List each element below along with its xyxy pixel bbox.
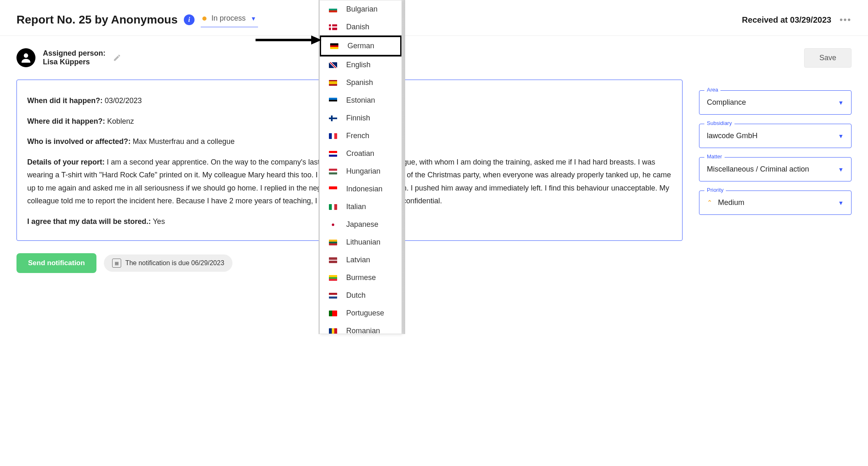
matter-select[interactable]: Matter Miscellaneous / Criminal action ▼ <box>699 157 852 181</box>
language-option-lt[interactable]: Lithuanian <box>320 233 401 251</box>
language-option-bg[interactable]: Bulgarian <box>320 0 401 18</box>
status-select[interactable]: In process ▼ <box>201 12 258 27</box>
flag-icon-lt <box>329 240 337 245</box>
flag-icon-fr <box>329 133 337 139</box>
flag-icon-lv <box>329 257 337 263</box>
a-where: Koblenz <box>107 117 134 125</box>
status-dot-icon <box>202 16 206 21</box>
language-name: Hungarian <box>346 167 380 176</box>
language-name: Japanese <box>346 220 378 229</box>
language-option-fi[interactable]: Finnish <box>320 109 401 127</box>
header-right: Received at 03/29/2023 ••• <box>742 14 852 25</box>
save-button[interactable]: Save <box>804 48 852 68</box>
area-select[interactable]: Area Compliance ▼ <box>699 90 852 115</box>
language-option-hu[interactable]: Hungarian <box>320 162 401 180</box>
language-name: English <box>346 61 371 69</box>
chevron-down-icon: ▼ <box>251 15 256 22</box>
a-consent: Yes <box>153 217 165 226</box>
subsidiary-legend: Subsidiary <box>704 120 734 126</box>
flag-icon-hu <box>329 169 337 174</box>
flag-icon-en <box>329 62 337 68</box>
q-consent: I agree that my data will be stored.: <box>27 217 151 226</box>
language-option-lv[interactable]: Latvian <box>320 251 401 269</box>
language-dropdown[interactable]: BulgarianDanishGermanEnglishSpanishEston… <box>319 0 402 285</box>
header-left: Report No. 25 by Anonymous i In process … <box>16 12 258 27</box>
avatar-icon <box>16 48 35 67</box>
language-option-hr[interactable]: Croatian <box>320 145 401 162</box>
language-option-dk[interactable]: Danish <box>320 18 401 36</box>
received-label: Received at 03/29/2023 <box>742 15 831 25</box>
language-name: Indonesian <box>346 185 382 193</box>
assigned-text: Assigned person: Lisa Küppers <box>43 49 106 66</box>
priority-select[interactable]: Priority ⌃ Medium ▼ <box>699 191 852 215</box>
right-column: Save Area Compliance ▼ Subsidiary lawcod… <box>699 48 852 273</box>
language-name: Latvian <box>346 256 370 264</box>
priority-medium-icon: ⌃ <box>707 199 712 207</box>
assigned-name: Lisa Küppers <box>43 58 106 66</box>
assigned-label: Assigned person: <box>43 49 106 58</box>
language-name: Lithuanian <box>346 238 380 247</box>
header: Report No. 25 by Anonymous i In process … <box>0 0 868 36</box>
area-legend: Area <box>704 87 720 93</box>
language-option-my[interactable]: Burmese <box>320 269 401 285</box>
chevron-down-icon: ▼ <box>838 99 844 106</box>
send-notification-button[interactable]: Send notification <box>16 253 96 273</box>
matter-legend: Matter <box>704 153 725 160</box>
flag-icon-de <box>330 43 338 49</box>
edit-icon[interactable] <box>113 54 121 62</box>
language-option-et[interactable]: Estonian <box>320 92 401 109</box>
flag-icon-bg <box>329 7 337 12</box>
flag-icon-ja <box>329 222 337 228</box>
flag-icon-hr <box>329 151 337 157</box>
language-name: French <box>346 132 369 140</box>
a-when: 03/02/2023 <box>105 96 142 105</box>
subsidiary-value: lawcode GmbH <box>707 132 758 140</box>
language-name: Burmese <box>346 273 376 282</box>
flag-icon-id <box>329 186 337 192</box>
language-option-id[interactable]: Indonesian <box>320 180 401 198</box>
language-option-en[interactable]: English <box>320 56 401 74</box>
subsidiary-select[interactable]: Subsidiary lawcode GmbH ▼ <box>699 124 852 148</box>
q-who: Who is involved or affected?: <box>27 137 131 146</box>
area-value: Compliance <box>707 98 746 107</box>
q-where: Where did it happen?: <box>27 117 105 125</box>
q-when: When did it happen?: <box>27 96 103 105</box>
notification-due-badge: ▦ The notification is due 06/29/2023 <box>104 254 232 272</box>
priority-value: Medium <box>718 198 744 207</box>
page-title: Report No. 25 by Anonymous <box>16 13 178 26</box>
language-name: Spanish <box>346 78 373 87</box>
language-option-de[interactable]: German <box>319 35 402 56</box>
calendar-icon: ▦ <box>112 259 121 268</box>
language-name: Estonian <box>346 96 375 105</box>
flag-icon-my <box>329 275 337 281</box>
language-option-fr[interactable]: French <box>320 127 401 145</box>
main: Assigned person: Lisa Küppers When did i… <box>0 36 868 285</box>
chevron-down-icon: ▼ <box>838 200 844 206</box>
more-icon[interactable]: ••• <box>840 14 852 25</box>
language-option-es[interactable]: Spanish <box>320 74 401 92</box>
q-details: Details of your report: <box>27 158 105 166</box>
language-name: Danish <box>346 23 369 31</box>
matter-value: Miscellaneous / Criminal action <box>707 165 809 174</box>
info-icon[interactable]: i <box>184 14 195 25</box>
svg-point-0 <box>24 53 28 58</box>
a-who: Max Musterfrau and a collegue <box>133 137 235 146</box>
language-name: Italian <box>346 202 366 211</box>
flag-icon-it <box>329 204 337 210</box>
notification-due-text: The notification is due 06/29/2023 <box>125 259 224 267</box>
flag-icon-et <box>329 98 337 104</box>
status-value: In process <box>211 14 246 23</box>
chevron-down-icon: ▼ <box>838 133 844 139</box>
language-option-ja[interactable]: Japanese <box>320 216 401 233</box>
language-name: Bulgarian <box>346 5 378 14</box>
flag-icon-fi <box>329 115 337 121</box>
chevron-down-icon: ▼ <box>838 166 844 173</box>
language-name: German <box>347 42 374 50</box>
flag-icon-es <box>329 80 337 86</box>
priority-legend: Priority <box>704 187 726 193</box>
flag-icon-dk <box>329 24 337 30</box>
language-option-it[interactable]: Italian <box>320 198 401 216</box>
language-name: Croatian <box>346 149 374 158</box>
language-name: Finnish <box>346 114 370 122</box>
